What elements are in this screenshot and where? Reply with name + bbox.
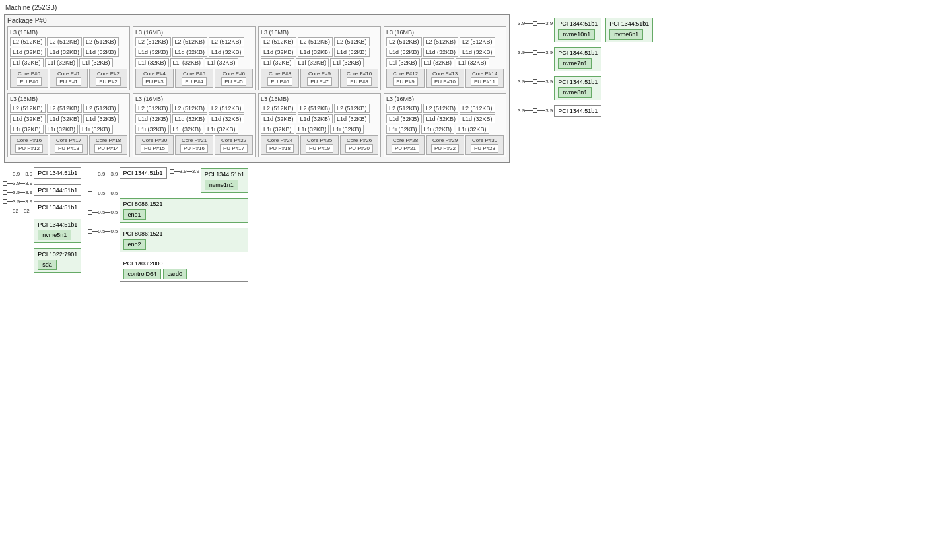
nvme7n1-chip: nvme7n1 xyxy=(558,58,592,69)
bottom-mid-tree: 3.9 3.9 0.5 0.5 0.5 0.5 xyxy=(88,167,248,285)
package-label: Package P#0 xyxy=(7,17,506,24)
l1i-2: L1i (32KB) xyxy=(79,58,113,67)
numa-row-bottom: L3 (16MB) L2 (512KB) L2 (512KB) L2 (512K… xyxy=(7,93,506,157)
nvme1n1-chip: nvme1n1 xyxy=(205,180,238,190)
cpu-package: Package P#0 L3 (16MB) L2 (512KB) L2 (512… xyxy=(4,14,510,163)
core-p0: Core P#0 PU P#0 xyxy=(10,69,48,88)
pci-bl-sda: PCI 1022:7901 sda xyxy=(34,248,81,273)
machine-label: Machine (252GB) xyxy=(3,3,924,13)
l1i-0: L1i (32KB) xyxy=(10,58,44,67)
l2-row-0: L2 (512KB) L2 (512KB) L2 (512KB) xyxy=(10,37,127,46)
l2-1: L2 (512KB) xyxy=(47,37,83,46)
numa-group-6: L3 (16MB) L2 (512KB) L2 (512KB) L2 (512K… xyxy=(258,93,381,157)
pu-p1: PU P#1 xyxy=(56,77,81,86)
numa-group-7: L3 (16MB) L2 (512KB) L2 (512KB) L2 (512K… xyxy=(384,93,506,157)
core-row-0: Core P#0 PU P#0 Core P#1 PU P#1 Core P#2… xyxy=(10,69,127,88)
l1d-1: L1d (32KB) xyxy=(47,48,83,57)
controlD64-chip: controlD64 xyxy=(123,269,162,279)
numa-group-4: L3 (16MB) L2 (512KB) L2 (512KB) L2 (512K… xyxy=(7,93,130,157)
l1d-0: L1d (32KB) xyxy=(10,48,46,57)
pci-1344-nvme10n1: PCI 1344:51b1 nvme10n1 xyxy=(554,18,601,42)
l1i-row-0: L1i (32KB) L1i (32KB) L1i (32KB) xyxy=(10,58,127,67)
l1d-row-1: L1d (32KB) L1d (32KB) L1d (32KB) xyxy=(135,48,253,57)
l2-2: L2 (512KB) xyxy=(83,37,119,46)
core-p5: Core P#5 PU P#4 xyxy=(175,69,213,88)
pci-1344-nvme1n1: PCI 1344:51b1 nvme1n1 xyxy=(201,168,248,193)
l3-label-0: L3 (16MB) xyxy=(10,29,127,36)
core-p6: Core P#6 PU P#5 xyxy=(215,69,253,88)
numa-row-top: L3 (16MB) L2 (512KB) L2 (512KB) L2 (512K… xyxy=(7,26,506,90)
core-p2: Core P#2 PU P#2 xyxy=(89,69,127,88)
sda-chip: sda xyxy=(38,260,57,270)
top-section: Package P#0 L3 (16MB) L2 (512KB) L2 (512… xyxy=(3,13,924,164)
pci-1344-nvme6n1: PCI 1344:51b1 nvme6n1 xyxy=(605,18,653,42)
eno1-chip: eno1 xyxy=(123,209,146,220)
numa-group-1: L3 (16MB) L2 (512KB) L2 (512KB) L2 (512K… xyxy=(133,26,256,90)
numa-group-2: L3 (16MB) L2 (512KB) L2 (512KB) L2 (512K… xyxy=(258,26,381,90)
connector-sq-2 xyxy=(533,50,537,55)
pci-1a03: PCI 1a03:2000 controlD64 card0 xyxy=(120,258,248,282)
card0-chip: card0 xyxy=(163,269,188,279)
l2-0: L2 (512KB) xyxy=(10,37,46,46)
l1i-1: L1i (32KB) xyxy=(45,58,79,67)
nvme6n1-chip: nvme6n1 xyxy=(609,29,643,40)
pci-eno1: PCI 8086:1521 eno1 xyxy=(120,198,248,223)
l3-label-1: L3 (16MB) xyxy=(135,29,253,36)
l1d-2: L1d (32KB) xyxy=(83,48,119,57)
pci-mid-top: PCI 1344:51b1 xyxy=(120,167,167,179)
pci-bl-0: PCI 1344:51b1 xyxy=(34,167,81,179)
numa-group-0: L3 (16MB) L2 (512KB) L2 (512KB) L2 (512K… xyxy=(7,26,130,90)
l1i-row-1: L1i (32KB) L1i (32KB) L1i (32KB) xyxy=(135,58,253,67)
pci-1344-empty: PCI 1344:51b1 xyxy=(554,105,601,117)
pci-bl-2: PCI 1344:51b1 xyxy=(34,201,81,213)
pci-1344-nvme8n1: PCI 1344:51b1 nvme8n1 xyxy=(554,76,601,100)
pu-p2: PU P#2 xyxy=(96,77,121,86)
connector-sq xyxy=(533,21,537,26)
pci-eno2: PCI 8086:1521 eno2 xyxy=(120,228,248,252)
eno2-chip: eno2 xyxy=(123,239,146,250)
pci-bl-nvme5n1: PCI 1344:51b1 nvme5n1 xyxy=(34,219,81,243)
nvme8n1-chip: nvme8n1 xyxy=(558,87,592,98)
nvme10n1-chip: nvme10n1 xyxy=(558,29,595,40)
bottom-left-tree: 3.9 3.9 3.9 3.9 3.9 3.9 xyxy=(3,167,81,275)
core-p4: Core P#4 PU P#3 xyxy=(135,69,174,88)
core-row-1: Core P#4 PU P#3 Core P#5 PU P#4 Core P#6… xyxy=(135,69,253,88)
right-pci-area: 3.9 3.9 PCI 1344:51b1 nvme10n1 PCI 1344:… xyxy=(518,18,653,122)
pci-1344-nvme7n1: PCI 1344:51b1 nvme7n1 xyxy=(554,47,601,71)
pu-p0: PU P#0 xyxy=(17,77,42,86)
numa-group-3: L3 (16MB) L2 (512KB) L2 (512KB) L2 (512K… xyxy=(384,26,506,90)
bottom-section: 3.9 3.9 3.9 3.9 3.9 3.9 xyxy=(3,167,924,285)
l1d-row-0: L1d (32KB) L1d (32KB) L1d (32KB) xyxy=(10,48,127,57)
l2-row-1: L2 (512KB) L2 (512KB) L2 (512KB) xyxy=(135,37,253,46)
nvme5n1-chip: nvme5n1 xyxy=(38,230,71,240)
numa-group-5: L3 (16MB) L2 (512KB) L2 (512KB) L2 (512K… xyxy=(133,93,256,157)
core-p1: Core P#1 PU P#1 xyxy=(50,69,88,88)
pci-bl-1: PCI 1344:51b1 xyxy=(34,184,81,196)
main-container: Machine (252GB) Package P#0 L3 (16MB) L2… xyxy=(0,0,927,287)
